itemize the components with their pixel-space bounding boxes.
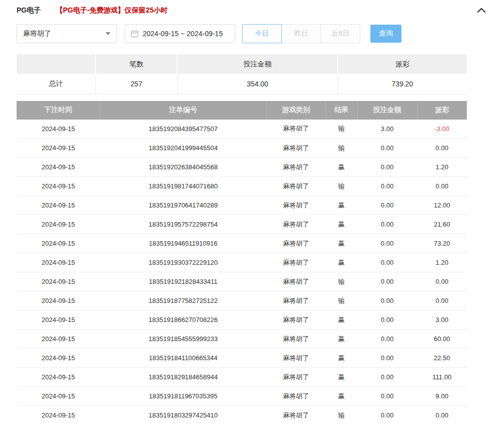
calendar-icon (131, 30, 139, 38)
records-header-row: 下注时间 注单编号 游戏类别 结果 投注金额 派彩 (17, 101, 467, 120)
table-row: 2024-09-151835191803297425410麻将胡了输0.000.… (17, 406, 467, 424)
summary-header-count: 笔数 (95, 54, 177, 74)
bet-time-cell: 2024-09-15 (17, 120, 100, 139)
table-row: 2024-09-151835191811967035395麻将胡了赢0.009.… (17, 387, 467, 406)
records-table: 下注时间 注单编号 游戏类别 结果 投注金额 派彩 2024-09-151835… (17, 101, 467, 424)
bet-time-cell: 2024-09-15 (17, 196, 100, 215)
bet-time-cell: 2024-09-15 (17, 158, 100, 177)
quick-filter-today[interactable]: 今日 (242, 24, 282, 43)
game-type-cell: 麻将胡了 (266, 330, 326, 349)
bet-id-cell: 1835191957572298754 (100, 215, 266, 234)
col-header-bet-id: 注单编号 (100, 101, 266, 120)
table-row: 2024-09-151835191841100665344麻将胡了赢0.0022… (17, 349, 467, 368)
summary-header-row: 笔数 投注金额 派彩 (17, 54, 467, 74)
quick-filter-yesterday[interactable]: 昨日 (281, 24, 321, 43)
collapse-button[interactable] (475, 5, 487, 17)
bet-id-cell: 1835191811967035395 (100, 387, 266, 406)
result-cell: 赢 (326, 253, 357, 272)
table-row: 2024-09-151835191957572298754麻将胡了赢0.0021… (17, 215, 467, 234)
result-cell: 赢 (326, 387, 357, 406)
summary-total-row: 总计 257 354.00 739.20 (17, 74, 467, 94)
result-cell: 赢 (326, 196, 357, 215)
bet-time-cell: 2024-09-15 (17, 253, 100, 272)
date-range-picker[interactable]: 2024-09-15 ~ 2024-09-15 (125, 24, 235, 43)
bet-id-cell: 1835191854555999233 (100, 330, 266, 349)
game-type-cell: 麻将胡了 (266, 253, 326, 272)
table-row: 2024-09-151835192084395477507麻将胡了输3.00-3… (17, 120, 467, 139)
bet-amount-cell: 0.00 (357, 330, 417, 349)
bet-id-cell: 1835191946511910916 (100, 234, 266, 253)
game-type-cell: 麻将胡了 (266, 406, 326, 424)
payout-cell: 22.50 (417, 349, 467, 368)
bet-time-cell: 2024-09-15 (17, 215, 100, 234)
game-select-value: 麻将胡了 (23, 29, 51, 38)
result-cell: 输 (326, 177, 357, 196)
quick-filter-last8days[interactable]: 近8日 (321, 24, 360, 43)
bet-id-cell: 1835191970641740289 (100, 196, 266, 215)
game-type-cell: 麻将胡了 (266, 368, 326, 387)
payout-cell: 0.00 (417, 272, 467, 291)
col-header-bet-time: 下注时间 (17, 101, 100, 120)
records-table-body: 2024-09-151835192084395477507麻将胡了输3.00-3… (17, 120, 467, 424)
bet-amount-cell: 0.00 (357, 349, 417, 368)
bet-id-cell: 1835191829184658944 (100, 368, 266, 387)
result-cell: 赢 (326, 234, 357, 253)
page: PG电子 【PG电子-免费游戏】仅保留25小时 麻将胡了 (0, 0, 504, 424)
table-row: 2024-09-151835192041999445504麻将胡了输0.000.… (17, 139, 467, 158)
col-header-bet-amount: 投注金额 (357, 101, 417, 120)
summary-header-bet-amount: 投注金额 (177, 54, 338, 74)
col-header-result: 结果 (326, 101, 357, 120)
free-game-notice: 【PG电子-免费游戏】仅保留25小时 (56, 6, 167, 15)
table-row: 2024-09-151835191970641740289麻将胡了赢0.0012… (17, 196, 467, 215)
bet-id-cell: 1835191921828433411 (100, 272, 266, 291)
bet-amount-cell: 0.00 (357, 215, 417, 234)
result-cell: 输 (326, 272, 357, 291)
date-quick-filter-group: 今日 昨日 近8日 (242, 24, 360, 43)
bet-amount-cell: 0.00 (357, 291, 417, 310)
result-cell: 输 (326, 406, 357, 424)
summary-total-payout: 739.20 (338, 74, 467, 94)
bet-time-cell: 2024-09-15 (17, 406, 100, 424)
payout-cell: 0.00 (417, 406, 467, 424)
summary-table: 笔数 投注金额 派彩 总计 257 354.00 739.20 (17, 54, 467, 94)
bet-id-cell: 1835191930372229120 (100, 253, 266, 272)
bet-time-cell: 2024-09-15 (17, 310, 100, 330)
bet-amount-cell: 0.00 (357, 139, 417, 158)
summary-total-label: 总计 (17, 74, 95, 94)
game-type-cell: 麻将胡了 (266, 310, 326, 330)
bet-time-cell: 2024-09-15 (17, 177, 100, 196)
chevron-up-icon (476, 7, 486, 15)
bet-amount-cell: 0.00 (357, 310, 417, 330)
table-row: 2024-09-151835191877582725122麻将胡了输0.000.… (17, 291, 467, 310)
payout-cell: 1.20 (417, 253, 467, 272)
result-cell: 赢 (326, 368, 357, 387)
table-row: 2024-09-151835191930372229120麻将胡了赢0.001.… (17, 253, 467, 272)
game-type-cell: 麻将胡了 (266, 196, 326, 215)
result-cell: 赢 (326, 330, 357, 349)
payout-cell: 0.00 (417, 139, 467, 158)
result-cell: 输 (326, 120, 357, 139)
bet-time-cell: 2024-09-15 (17, 291, 100, 310)
bet-time-cell: 2024-09-15 (17, 368, 100, 387)
bet-time-cell: 2024-09-15 (17, 387, 100, 406)
summary-header-blank (17, 54, 95, 74)
payout-cell: 9.00 (417, 387, 467, 406)
col-header-game-type: 游戏类别 (266, 101, 326, 120)
bet-id-cell: 1835191866270708226 (100, 310, 266, 330)
bet-time-cell: 2024-09-15 (17, 330, 100, 349)
bet-amount-cell: 0.00 (357, 406, 417, 424)
bet-amount-cell: 0.00 (357, 196, 417, 215)
bet-id-cell: 1835192026384045568 (100, 158, 266, 177)
result-cell: 赢 (326, 349, 357, 368)
bet-id-cell: 1835191841100665344 (100, 349, 266, 368)
bet-time-cell: 2024-09-15 (17, 139, 100, 158)
bet-amount-cell: 0.00 (357, 234, 417, 253)
search-button[interactable]: 查询 (370, 25, 401, 43)
game-type-cell: 麻将胡了 (266, 234, 326, 253)
col-header-payout: 派彩 (417, 101, 467, 120)
game-select[interactable]: 麻将胡了 (17, 24, 117, 43)
filter-bar: 麻将胡了 2024-09-15 ~ 2024-09-15 今日 昨日 近8日 查… (17, 24, 487, 43)
bet-id-cell: 1835192041999445504 (100, 139, 266, 158)
game-type-cell: 麻将胡了 (266, 215, 326, 234)
payout-cell: 73.20 (417, 234, 467, 253)
